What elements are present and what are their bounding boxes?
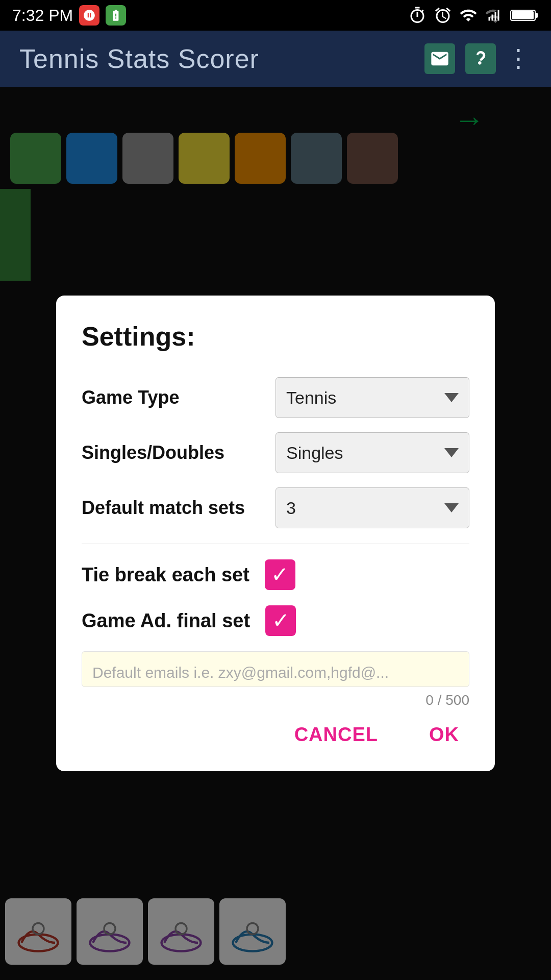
timer-icon <box>408 6 427 24</box>
battery-icon <box>510 6 539 24</box>
help-icon-button[interactable] <box>465 43 496 74</box>
background-content: → <box>0 87 551 980</box>
tie-break-checkbox[interactable]: ✓ <box>265 559 295 590</box>
signal-icon <box>485 6 503 24</box>
singles-doubles-row: Singles/Doubles Singles <box>82 432 469 473</box>
app-bar: Tennis Stats Scorer ⋮ <box>0 31 551 87</box>
ok-button[interactable]: OK <box>419 719 469 751</box>
status-right <box>408 6 539 24</box>
default-match-sets-select[interactable]: 3 <box>276 487 469 528</box>
svg-rect-5 <box>535 13 538 18</box>
app-icon-red <box>79 5 99 26</box>
tie-break-row: Tie break each set ✓ <box>82 559 469 590</box>
svg-rect-2 <box>492 15 493 21</box>
svg-rect-1 <box>495 12 496 21</box>
default-match-sets-row: Default match sets 3 <box>82 487 469 528</box>
divider-1 <box>82 544 469 544</box>
game-ad-checkbox[interactable]: ✓ <box>265 605 296 636</box>
singles-doubles-dropdown-arrow <box>444 448 459 457</box>
singles-doubles-label: Singles/Doubles <box>82 442 276 463</box>
default-match-sets-dropdown-arrow <box>444 503 459 512</box>
game-type-label: Game Type <box>82 387 276 408</box>
tie-break-checkmark: ✓ <box>271 564 289 585</box>
dialog-title: Settings: <box>82 321 469 352</box>
game-type-select[interactable]: Tennis <box>276 377 469 418</box>
dialog-buttons: CANCEL OK <box>82 719 469 751</box>
email-icon-button[interactable] <box>424 43 455 74</box>
status-left: 7:32 PM <box>12 5 126 26</box>
singles-doubles-select[interactable]: Singles <box>276 432 469 473</box>
wifi-icon <box>459 6 478 24</box>
svg-rect-3 <box>489 17 490 21</box>
tie-break-label: Tie break each set <box>82 564 249 586</box>
svg-rect-0 <box>498 10 499 21</box>
cancel-button[interactable]: CANCEL <box>284 719 388 751</box>
email-placeholder: Default emails i.e. zxy@gmail.com,hgfd@.… <box>92 664 389 681</box>
alarm-icon <box>434 6 452 24</box>
game-type-value: Tennis <box>286 388 336 408</box>
char-count: 0 / 500 <box>82 692 469 708</box>
game-ad-label: Game Ad. final set <box>82 610 250 632</box>
default-match-sets-label: Default match sets <box>82 497 276 519</box>
settings-dialog: Settings: Game Type Tennis Singles/Doubl… <box>56 296 495 771</box>
default-match-sets-value: 3 <box>286 498 296 518</box>
app-icon-green <box>106 5 126 26</box>
app-title: Tennis Stats Scorer <box>19 43 414 74</box>
singles-doubles-value: Singles <box>286 443 343 463</box>
game-ad-row: Game Ad. final set ✓ <box>82 605 469 636</box>
game-type-dropdown-arrow <box>444 393 459 402</box>
svg-rect-6 <box>512 11 534 19</box>
game-type-row: Game Type Tennis <box>82 377 469 418</box>
dialog-overlay: Settings: Game Type Tennis Singles/Doubl… <box>0 87 551 980</box>
status-bar: 7:32 PM <box>0 0 551 31</box>
overflow-menu-button[interactable]: ⋮ <box>506 46 532 71</box>
email-input-container[interactable]: Default emails i.e. zxy@gmail.com,hgfd@.… <box>82 651 469 687</box>
status-time: 7:32 PM <box>12 6 73 25</box>
game-ad-checkmark: ✓ <box>272 610 290 631</box>
